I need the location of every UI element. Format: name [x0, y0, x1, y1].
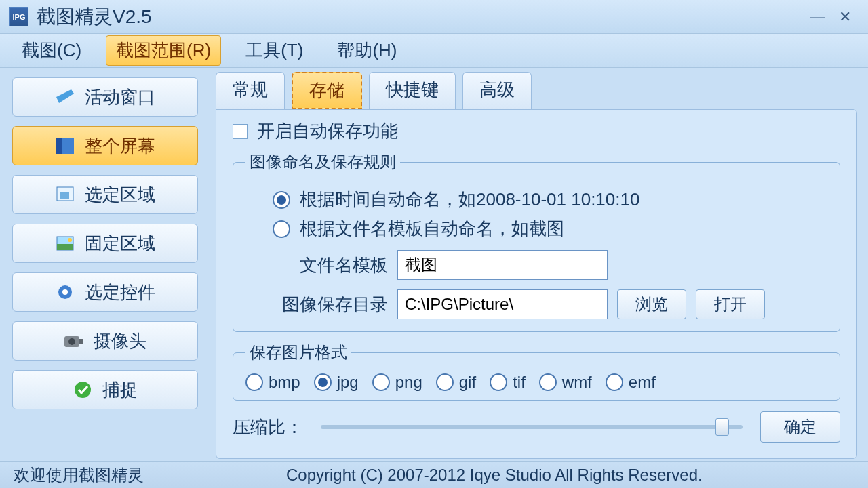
camera-icon: [64, 331, 84, 350]
template-input[interactable]: [397, 250, 608, 280]
storage-panel: 开启自动保存功能 图像命名及保存规则 根据时间自动命名，如2008-10-01 …: [216, 109, 857, 459]
auto-save-checkbox[interactable]: [233, 124, 248, 139]
app-icon: IPG: [9, 7, 28, 26]
sidebar-label: 捕捉: [102, 378, 138, 402]
naming-fieldset: 图像命名及保存规则 根据时间自动命名，如2008-10-01 10:10:10 …: [233, 151, 840, 332]
minimize-button[interactable]: —: [804, 7, 831, 27]
sidebar-active-window[interactable]: 活动窗口: [12, 77, 198, 117]
radio-tif[interactable]: [490, 373, 507, 391]
menu-tools[interactable]: 工具(T): [236, 36, 313, 65]
sidebar-camera[interactable]: 摄像头: [12, 321, 198, 361]
statusbar: 欢迎使用截图精灵 Copyright (C) 2007-2012 Iqye St…: [0, 461, 868, 488]
tab-storage[interactable]: 存储: [292, 72, 362, 109]
window-icon: [55, 87, 75, 106]
sidebar-label: 活动窗口: [85, 85, 155, 109]
open-button[interactable]: 打开: [696, 289, 765, 319]
svg-point-9: [62, 289, 68, 295]
browse-button[interactable]: 浏览: [617, 289, 686, 319]
ratio-label: 压缩比：: [233, 415, 303, 439]
by-template-label: 根据文件名模板自动命名，如截图: [300, 217, 564, 241]
menu-capture[interactable]: 截图(C): [12, 36, 91, 65]
svg-point-13: [75, 382, 91, 398]
tab-advanced[interactable]: 高级: [462, 72, 532, 109]
svg-marker-0: [56, 89, 74, 103]
tabbar: 常规 存储 快捷键 高级: [216, 72, 857, 109]
fmt-label: gif: [459, 373, 476, 392]
fmt-label: bmp: [269, 373, 300, 392]
content: 常规 存储 快捷键 高级 开启自动保存功能 图像命名及保存规则 根据时间自动命名…: [210, 68, 868, 461]
sidebar-label: 整个屏幕: [85, 134, 155, 158]
status-copyright: Copyright (C) 2007-2012 Iqye Studio All …: [286, 466, 854, 485]
gear-icon: [55, 283, 75, 302]
close-button[interactable]: ✕: [831, 7, 859, 27]
tab-general[interactable]: 常规: [216, 72, 285, 109]
svg-point-11: [68, 338, 75, 345]
svg-rect-4: [60, 192, 69, 199]
fixed-area-icon: [55, 234, 75, 253]
compression-slider[interactable]: [321, 425, 743, 429]
svg-rect-6: [57, 244, 73, 250]
radio-png[interactable]: [372, 373, 390, 391]
radio-emf[interactable]: [606, 373, 623, 391]
sidebar: 活动窗口 整个屏幕 选定区域 固定区域 选定控件 摄像头 捕捉: [0, 68, 210, 461]
menu-range[interactable]: 截图范围(R): [106, 35, 221, 66]
sidebar-select-control[interactable]: 选定控件: [12, 272, 198, 312]
window-title: 截图精灵V2.5: [37, 4, 804, 30]
status-welcome: 欢迎使用截图精灵: [14, 464, 144, 486]
svg-rect-2: [62, 138, 74, 154]
fmt-label: jpg: [337, 373, 359, 392]
sidebar-select-area[interactable]: 选定区域: [12, 175, 198, 214]
format-legend: 保存图片格式: [245, 342, 351, 363]
fmt-label: emf: [629, 373, 656, 392]
naming-legend: 图像命名及保存规则: [245, 151, 400, 173]
svg-rect-1: [56, 138, 62, 154]
dir-label: 图像保存目录: [273, 293, 388, 317]
menubar: 截图(C) 截图范围(R) 工具(T) 帮助(H): [0, 34, 868, 68]
auto-save-label: 开启自动保存功能: [257, 119, 398, 143]
radio-bmp[interactable]: [245, 373, 263, 391]
fmt-label: wmf: [562, 373, 592, 392]
sidebar-label: 选定区域: [85, 183, 155, 207]
tab-hotkey[interactable]: 快捷键: [369, 72, 456, 109]
fmt-label: png: [395, 373, 422, 392]
template-label: 文件名模板: [273, 253, 388, 277]
dir-input[interactable]: [397, 289, 608, 319]
radio-by-template[interactable]: [273, 220, 290, 238]
sidebar-label: 固定区域: [85, 232, 155, 256]
select-area-icon: [55, 185, 75, 204]
check-icon: [73, 380, 93, 399]
slider-thumb[interactable]: [715, 418, 729, 436]
sidebar-label: 摄像头: [94, 329, 146, 353]
titlebar: IPG 截图精灵V2.5 — ✕: [0, 0, 868, 34]
by-time-label: 根据时间自动命名，如2008-10-01 10:10:10: [300, 188, 639, 211]
svg-rect-12: [79, 339, 83, 344]
svg-point-7: [68, 238, 72, 242]
radio-gif[interactable]: [436, 373, 454, 391]
sidebar-capture[interactable]: 捕捉: [12, 370, 198, 409]
fmt-label: tif: [513, 373, 526, 392]
format-fieldset: 保存图片格式 bmp jpg png gif tif wmf emf: [233, 342, 840, 401]
sidebar-fixed-area[interactable]: 固定区域: [12, 224, 198, 263]
sidebar-label: 选定控件: [85, 281, 155, 304]
radio-jpg[interactable]: [314, 373, 332, 391]
menu-help[interactable]: 帮助(H): [328, 36, 406, 65]
screen-icon: [55, 136, 75, 155]
sidebar-full-screen[interactable]: 整个屏幕: [12, 126, 198, 165]
radio-wmf[interactable]: [539, 373, 557, 391]
radio-by-time[interactable]: [273, 191, 290, 209]
ok-button[interactable]: 确定: [760, 411, 840, 443]
